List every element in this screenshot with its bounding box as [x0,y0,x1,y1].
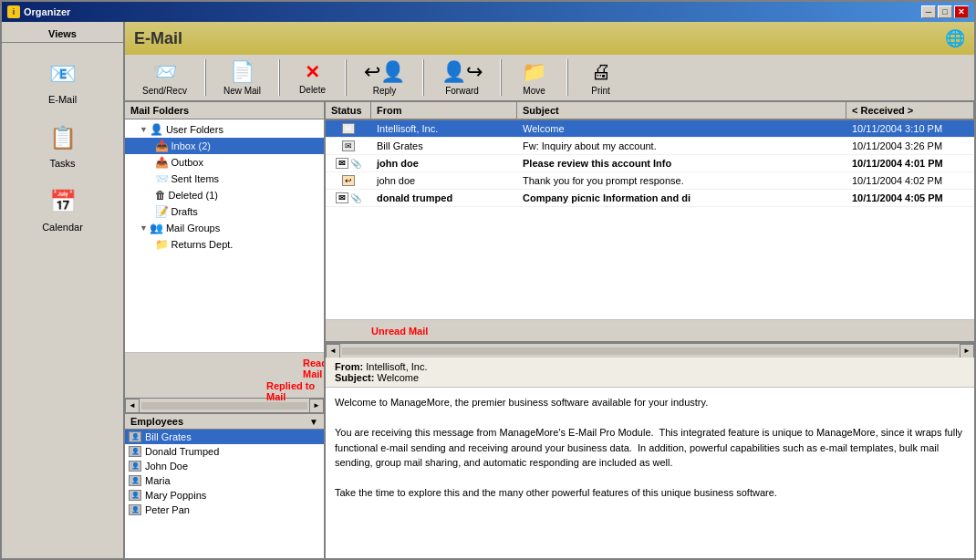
returns-label: Returns Dept. [171,239,234,250]
email-row-1[interactable]: ✉ Intellisoft, Inc. Welcome 10/11/2004 3… [326,120,974,138]
move-icon: 📁 [522,60,546,84]
folder-sent-items[interactable]: 📨 Sent Items [125,171,324,187]
close-button[interactable]: ✕ [954,5,969,18]
unread-annotation-bar: Unread Mail [326,319,974,341]
folders-scroll-track[interactable] [141,402,307,410]
sidebar-item-calendar[interactable]: 📅 Calendar [26,178,99,238]
employee-bill-grates[interactable]: 👤 Bill Grates [125,430,324,444]
content-area: E-Mail 🌐 📨 Send/Recv 📄 New Mail ✕ Delete [125,22,974,558]
preview-from-line: From: Intellisoft, Inc. [335,361,965,372]
employee-maria-label: Maria [145,475,171,486]
email-received-2: 10/11/2004 3:26 PM [846,140,974,152]
employee-peter-label: Peter Pan [145,504,190,515]
new-mail-label: New Mail [223,86,261,96]
email-header-title: E-Mail [134,29,182,48]
email-row-4[interactable]: ↩ john doe Thank you for you prompt resp… [326,172,974,190]
employee-maria[interactable]: 👤 Maria [125,473,324,488]
main-area: Mail Folders ▼ 👤 User Folders 📥 Inbox (2 [125,102,974,558]
folder-inbox[interactable]: 📥 Inbox (2) [125,138,324,154]
reply-label: Reply [373,86,397,96]
employees-dropdown-button[interactable]: ▼ [309,417,318,427]
title-bar-buttons: ─ □ ✕ [921,5,969,18]
employee-john-doe[interactable]: 👤 John Doe [125,459,324,473]
employee-donald-trumped[interactable]: 👤 Donald Trumped [125,444,324,459]
expand-sent [151,174,153,183]
email-row-3[interactable]: ✉ 📎 john doe Please review this account … [326,155,974,172]
folder-returns-dept[interactable]: 📁 Returns Dept. [125,236,324,253]
email-subject-1: Welcome [517,122,846,135]
employee-icon-peter: 👤 [129,504,141,515]
send-recv-button[interactable]: 📨 Send/Recv [132,57,197,99]
toolbar-sep-1 [204,59,206,96]
folder-mail-groups[interactable]: ▼ 👥 Mail Groups [125,220,324,236]
toolbar: 📨 Send/Recv 📄 New Mail ✕ Delete ↩👤 Reply [125,55,974,102]
email-status-3: ✉ 📎 [326,158,371,169]
folders-top: Mail Folders ▼ 👤 User Folders 📥 Inbox (2 [125,102,324,352]
email-subject-3: Please review this account Info [517,157,846,170]
outbox-label: Outbox [171,157,203,168]
folder-outbox[interactable]: 📤 Outbox [125,154,324,171]
annotations-area: Read Mail Replied to Mail [125,352,324,398]
employees-pane: Employees ▼ 👤 Bill Grates 👤 Donald Trump… [125,412,324,558]
print-button[interactable]: 🖨 Print [576,57,626,99]
reply-button[interactable]: ↩👤 Reply [354,57,415,99]
employee-icon-john: 👤 [129,461,141,472]
email-scroll-track[interactable] [342,347,958,355]
move-label: Move [523,86,545,96]
unread-icon-5: ✉ [336,192,348,203]
calendar-icon: 📅 [45,183,81,220]
col-header-subject[interactable]: Subject [517,102,846,119]
expand-user-folders: ▼ [140,125,148,134]
employee-mary-poppins[interactable]: 👤 Mary Poppins [125,488,324,503]
minimize-button[interactable]: ─ [921,5,936,18]
mail-groups-label: Mail Groups [166,223,220,233]
new-mail-icon: 📄 [230,60,254,84]
employee-john-label: John Doe [145,461,188,472]
move-button[interactable]: 📁 Move [509,57,559,99]
maximize-button[interactable]: □ [938,5,952,18]
sidebar-item-email[interactable]: 📧 E-Mail [26,50,99,110]
send-recv-label: Send/Recv [142,86,187,96]
folders-tree: ▼ 👤 User Folders 📥 Inbox (2) [125,119,324,352]
employee-peter-pan[interactable]: 👤 Peter Pan [125,503,324,517]
employee-icon-mary: 👤 [129,490,141,501]
read-icon-1: ✉ [342,123,355,134]
print-label: Print [591,86,610,96]
email-preview-body[interactable]: Welcome to ManageMore, the premier busin… [326,388,974,558]
toolbar-sep-6 [566,59,568,96]
folder-deleted[interactable]: 🗑 Deleted (1) [125,187,324,203]
folder-user-folders[interactable]: ▼ 👤 User Folders [125,121,324,138]
delete-icon: ✕ [305,61,320,83]
sidebar-item-tasks[interactable]: 📋 Tasks [26,114,99,174]
employee-donald-label: Donald Trumped [145,446,219,457]
employee-icon-maria: 👤 [129,475,141,486]
email-subject-5: Company picnic Information and di [517,192,846,204]
sidebar-tasks-label: Tasks [49,158,75,169]
delete-button[interactable]: ✕ Delete [287,57,337,99]
sidebar-email-label: E-Mail [48,94,77,105]
drafts-icon: 📝 [155,205,169,218]
deleted-icon: 🗑 [155,189,166,202]
folders-scroll-left[interactable]: ◄ [125,399,140,413]
email-rows: ✉ Intellisoft, Inc. Welcome 10/11/2004 3… [326,120,974,319]
email-row-2[interactable]: ✉ Bill Grates Fw: Inquiry about my accou… [326,138,974,155]
deleted-label: Deleted (1) [169,190,218,201]
forward-button[interactable]: 👤↪ Forward [431,57,493,99]
forward-icon: 👤↪ [441,60,483,84]
reply-icon: ↩👤 [364,60,405,84]
inbox-label: Inbox (2) [171,140,211,151]
new-mail-button[interactable]: 📄 New Mail [213,57,271,99]
col-header-from[interactable]: From [371,102,517,119]
employee-icon-donald: 👤 [129,446,141,457]
email-row-5[interactable]: ✉ 📎 donald trumped Company picnic Inform… [326,190,974,207]
email-subject-2: Fw: Inquiry about my account. [517,140,846,152]
email-status-4: ↩ [326,175,371,186]
col-header-status[interactable]: Status [326,102,371,119]
email-scroll-left[interactable]: ◄ [326,344,340,358]
sidebar-header: Views [2,26,123,43]
folders-pane: Mail Folders ▼ 👤 User Folders 📥 Inbox (2 [125,102,326,558]
email-scroll-right[interactable]: ► [960,344,974,358]
folder-drafts[interactable]: 📝 Drafts [125,203,324,220]
expand-deleted [151,191,153,200]
col-header-received[interactable]: < Received > [846,102,974,119]
